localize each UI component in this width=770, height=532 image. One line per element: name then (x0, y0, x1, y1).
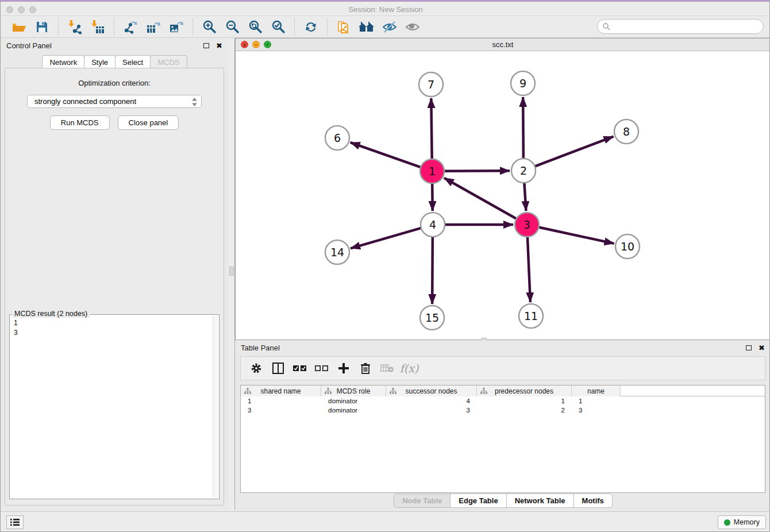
tab-style[interactable]: Style (84, 55, 116, 69)
zoom-selected-icon[interactable] (268, 18, 288, 36)
control-panel-title: Control Panel (6, 41, 52, 50)
cell[interactable]: 1 (572, 396, 621, 406)
import-table-icon[interactable] (88, 18, 107, 36)
open-session-icon[interactable] (9, 18, 29, 36)
memory-button[interactable]: Memory (718, 515, 766, 529)
control-panel: Control Panel ✖ NetworkStyleSelectMCDS O… (1, 38, 228, 510)
search-input[interactable] (610, 21, 763, 32)
edge-2-9[interactable] (523, 97, 523, 159)
network-zoom-icon[interactable]: + (264, 41, 271, 48)
column-header-predecessor-nodes[interactable]: predecessor nodes (477, 385, 572, 396)
table-row[interactable]: 3dominator323 (241, 406, 765, 415)
main-toolbar (1, 16, 770, 38)
cell[interactable]: 1 (477, 396, 572, 406)
tab-edge-table[interactable]: Edge Table (450, 494, 506, 508)
column-header-name[interactable]: name (572, 385, 621, 396)
zoom-out-icon[interactable] (222, 18, 242, 36)
export-network-icon[interactable] (121, 18, 140, 36)
import-network-icon[interactable] (65, 18, 84, 36)
export-image-icon[interactable] (167, 18, 186, 36)
splitter-grip[interactable] (229, 267, 234, 276)
optimization-criterion-select[interactable]: strongly connected component (27, 95, 202, 108)
table-tabs: Node TableEdge TableNetwork TableMotifs (235, 494, 770, 508)
table-toolbar: f(x) (240, 356, 765, 380)
refresh-view-icon[interactable] (301, 18, 321, 36)
mcds-tab-content: Optimization criterion: strongly connect… (5, 68, 224, 506)
tab-mcds[interactable]: MCDS (150, 55, 187, 69)
run-mcds-button[interactable]: Run MCDS (50, 115, 110, 130)
column-header-successor-nodes[interactable]: successor nodes (386, 385, 477, 396)
edge-2-8[interactable] (535, 137, 614, 167)
cell[interactable]: dominator (321, 396, 386, 406)
node-label-10: 10 (621, 240, 634, 253)
save-session-icon[interactable] (32, 18, 52, 36)
add-column-icon[interactable] (335, 360, 352, 377)
mcds-result-list: 13 (11, 316, 212, 498)
edge-1-4[interactable] (432, 183, 433, 211)
cell[interactable]: 3 (241, 406, 321, 415)
memory-status-icon (724, 519, 730, 526)
export-table-icon[interactable] (144, 18, 163, 36)
network-minimize-icon[interactable]: − (252, 41, 260, 48)
edge-2-3[interactable] (524, 183, 526, 211)
cell[interactable]: dominator (321, 406, 386, 415)
home-icon[interactable] (357, 18, 376, 36)
column-header-MCDS-role[interactable]: MCDS role (321, 385, 386, 396)
close-panel-button[interactable]: Close panel (118, 115, 179, 130)
clone-network-icon[interactable] (334, 18, 353, 36)
close-table-panel-icon[interactable]: ✖ (759, 344, 765, 352)
result-scrollbar[interactable] (213, 316, 218, 498)
edge-1-2[interactable] (444, 171, 510, 171)
zoom-fit-icon[interactable] (245, 18, 265, 36)
table-row[interactable]: 1dominator411 (241, 396, 765, 406)
optimization-criterion-label: Optimization criterion: (5, 79, 224, 87)
edge-1-7[interactable] (431, 98, 432, 159)
select-all-checkboxes-icon[interactable] (291, 360, 309, 377)
node-label-11: 11 (524, 310, 538, 322)
zoom-in-icon[interactable] (199, 18, 219, 36)
tab-motifs[interactable]: Motifs (573, 494, 613, 508)
node-table[interactable]: shared nameMCDS rolesuccessor nodesprede… (240, 385, 765, 493)
function-builder-icon[interactable]: f(x) (401, 360, 418, 377)
network-close-icon[interactable]: x (241, 41, 248, 48)
cell[interactable]: 1 (241, 396, 321, 406)
tab-network[interactable]: Network (42, 55, 84, 69)
edge-4-15[interactable] (432, 237, 433, 304)
tab-select[interactable]: Select (115, 55, 151, 69)
vertical-splitter[interactable] (228, 38, 235, 510)
cell[interactable]: 2 (477, 406, 572, 415)
table-body: 1dominator4113dominator323 (241, 396, 765, 415)
edge-1-6[interactable] (351, 142, 421, 167)
edge-4-14[interactable] (351, 228, 421, 249)
network-window-titlebar[interactable]: x − + scc.txt (236, 38, 770, 51)
node-label-1: 1 (429, 165, 436, 178)
node-label-8: 8 (623, 125, 630, 138)
control-panel-tabs: NetworkStyleSelectMCDS (1, 55, 228, 69)
float-panel-icon[interactable] (203, 43, 209, 48)
node-label-6: 6 (334, 132, 341, 144)
cell[interactable]: 3 (572, 406, 621, 415)
close-panel-icon[interactable]: ✖ (216, 41, 222, 50)
deselect-checkboxes-icon[interactable] (313, 360, 330, 377)
settings-gear-icon[interactable] (248, 360, 265, 377)
float-table-panel-icon[interactable] (746, 345, 752, 350)
edge-3-10[interactable] (539, 227, 614, 243)
network-canvas[interactable]: 7968124314101511 (236, 51, 770, 340)
cell[interactable]: 4 (386, 396, 477, 406)
node-label-9: 9 (519, 77, 526, 90)
status-bar: Memory (1, 511, 770, 532)
task-history-button[interactable] (6, 515, 24, 529)
table-panel-title: Table Panel (241, 344, 280, 352)
tab-node-table[interactable]: Node Table (394, 494, 451, 508)
delete-table-icon[interactable] (379, 360, 396, 377)
hide-eye-icon[interactable] (380, 18, 399, 36)
cell[interactable]: 3 (386, 406, 477, 415)
tab-network-table[interactable]: Network Table (506, 494, 574, 508)
search-field[interactable] (597, 19, 764, 34)
eye-icon[interactable] (403, 18, 422, 36)
edge-3-1[interactable] (444, 178, 517, 219)
column-header-shared-name[interactable]: shared name (241, 385, 321, 396)
edge-3-11[interactable] (528, 237, 530, 302)
delete-column-icon[interactable] (357, 360, 374, 377)
column-browser-icon[interactable] (270, 360, 287, 377)
